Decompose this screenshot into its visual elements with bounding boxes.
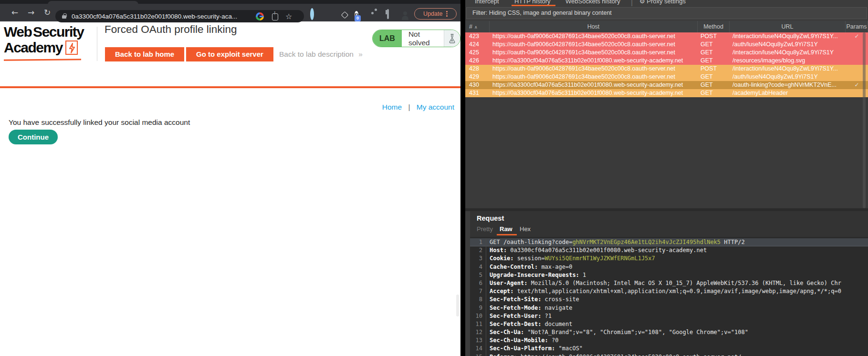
cell-host: https://oauth-0af9006c04287691c34baee502… — [490, 49, 698, 57]
line-content: Sec-Ch-Ua: "Not?A_Brand";v="8", "Chromiu… — [486, 328, 748, 336]
column-url[interactable]: URL — [730, 21, 846, 32]
cell-url: /interaction/luseN4Oqu8yZwL9Yi7S1Y — [730, 49, 846, 57]
back-to-lab-home-button[interactable]: Back to lab home — [105, 47, 184, 61]
back-icon[interactable]: ← — [11, 7, 18, 18]
column-method[interactable]: Method — [698, 21, 730, 32]
line-number: 8 — [470, 295, 482, 304]
request-panel-title: Request — [477, 214, 504, 222]
request-line: 10Sec-Fetch-User: ?1 — [470, 312, 868, 320]
column-number[interactable]: #∧ — [465, 21, 490, 32]
cell-host: https://oauth-0af9006c04287691c34baee502… — [490, 41, 698, 49]
lock-icon — [62, 15, 66, 19]
cell-host: https://oauth-0af9006c04287691c34baee502… — [490, 73, 698, 81]
sidebar-icon[interactable] — [387, 10, 389, 19]
cell-method: GET — [698, 73, 730, 81]
table-empty-area — [465, 97, 868, 208]
http-history-row[interactable]: 423https://oauth-0af9006c04287691c34baee… — [465, 32, 868, 41]
lightning-bolt-icon — [65, 41, 78, 55]
cell-method: POST — [698, 65, 730, 73]
line-number: 15 — [470, 353, 482, 356]
browser-tab-strip — [0, 0, 460, 4]
line-content: Sec-Fetch-Mode: navigate — [486, 304, 572, 312]
cell-url: /interaction/luseN4Oqu8yZwL9Yi7S1Y... — [730, 32, 846, 41]
reload-icon[interactable]: ↻ — [44, 7, 51, 18]
success-message: You have successfully linked your social… — [9, 118, 190, 127]
http-history-row[interactable]: 430https://0a3300cf04a076a5c311b02e001f0… — [465, 81, 868, 89]
column-host[interactable]: Host — [490, 21, 698, 32]
line-content: Sec-Fetch-Site: cross-site — [486, 295, 579, 304]
logo-underline — [4, 59, 81, 61]
share-icon[interactable] — [272, 13, 278, 20]
chevron-right-icon: » — [358, 50, 363, 58]
menu-kebab-icon — [446, 11, 448, 17]
tab-pretty[interactable]: Pretty — [477, 225, 493, 233]
request-line: 15Referer: https://oauth-0af9006c0428769… — [470, 353, 868, 356]
continue-button[interactable]: Continue — [9, 130, 58, 144]
cell-url: /auth/luseN4Oqu8yZwL9Yi7S1Y — [730, 73, 846, 81]
http-history-row[interactable]: 426https://0a3300cf04a076a5c311b02e001f0… — [465, 57, 868, 65]
extension-ring-icon[interactable] — [310, 10, 314, 19]
lab-status-text: Not solved — [402, 30, 444, 47]
http-history-row[interactable]: 431https://0a3300cf04a076a5c311b02e001f0… — [465, 89, 868, 97]
line-number: 10 — [470, 312, 482, 320]
http-history-row[interactable]: 425https://oauth-0af9006c04287691c34baee… — [465, 49, 868, 57]
go-to-exploit-server-button[interactable]: Go to exploit server — [186, 47, 273, 61]
http-history-header: #∧ Host Method URL Params — [465, 21, 868, 32]
request-line: 11Sec-Fetch-Dest: document — [470, 320, 868, 328]
tab-http-history[interactable]: HTTP history — [514, 0, 551, 5]
back-to-lab-description-link[interactable]: Back to lab description » — [279, 50, 363, 59]
proxy-settings-label: Proxy settings — [647, 0, 686, 5]
tab-websockets-history[interactable]: WebSockets history — [565, 0, 620, 5]
my-account-link[interactable]: My account — [417, 103, 454, 111]
column-params[interactable]: Params — [846, 21, 868, 32]
cell-num: 423 — [465, 32, 490, 41]
cell-num: 430 — [465, 81, 490, 89]
request-line: 4Cache-Control: max-age=0 — [470, 263, 868, 271]
burp-suite-window: Intercept HTTP history WebSockets histor… — [465, 0, 868, 356]
forward-icon[interactable]: → — [28, 7, 34, 18]
cell-url: /resources/images/blog.svg — [730, 57, 846, 65]
browser-scrollbar-thumb[interactable] — [456, 295, 459, 316]
tab-raw[interactable]: Raw — [500, 225, 512, 233]
lab-status-badge: LAB Not solved — [372, 30, 460, 47]
cell-num: 425 — [465, 49, 490, 57]
line-number: 1 — [470, 238, 482, 246]
bookmark-star-icon[interactable]: ☆ — [285, 12, 292, 21]
line-number: 3 — [470, 254, 482, 263]
google-icon[interactable] — [256, 12, 264, 20]
line-number: 2 — [470, 246, 482, 254]
address-bar[interactable]: 0a3300cf04a076a5c311b02e001f0080.web-sec… — [55, 10, 304, 22]
cell-host: https://0a3300cf04a076a5c311b02e001f0080… — [490, 81, 698, 89]
table-scrollbar[interactable] — [863, 32, 866, 208]
cell-url: /auth/luseN4Oqu8yZwL9Yi7S1Y — [730, 41, 846, 49]
extension-p-icon[interactable]: p 0 — [355, 10, 358, 20]
line-content: Sec-Fetch-User: ?1 — [486, 312, 552, 320]
cell-host: https://oauth-0af9006c04287691c34baee502… — [490, 32, 698, 41]
home-link[interactable]: Home — [382, 103, 402, 111]
web-security-academy-logo[interactable]: Web Security Academy — [4, 24, 94, 55]
http-history-row[interactable]: 428https://oauth-0af9006c04287691c34baee… — [465, 65, 868, 73]
cell-host: https://oauth-0af9006c04287691c34baee502… — [490, 65, 698, 73]
chrome-update-button[interactable]: Update — [414, 8, 457, 20]
line-content: Referer: https://oauth-0af9006c04287691c… — [486, 353, 741, 356]
sort-caret-icon: ∧ — [474, 25, 478, 30]
logo-line2: Academy — [4, 40, 63, 55]
line-number: 11 — [470, 320, 482, 328]
logo-line1: Web Security — [4, 24, 94, 40]
history-filter-bar[interactable]: Filter: Hiding CSS, image and general bi… — [466, 7, 867, 19]
tab-proxy-settings[interactable]: ⚙ Proxy settings — [639, 0, 686, 5]
tab-hex[interactable]: Hex — [520, 225, 531, 233]
update-label: Update — [423, 10, 442, 17]
url-text[interactable]: 0a3300cf04a076a5c311b02e001f0080.web-sec… — [72, 13, 252, 20]
request-line: 12Sec-Ch-Ua: "Not?A_Brand";v="8", "Chrom… — [470, 328, 868, 336]
flask-icon — [444, 30, 460, 47]
request-editor[interactable]: 1GET /oauth-linking?code=ghNVrMKT2VnEGpz… — [470, 237, 868, 356]
cell-host: https://0a3300cf04a076a5c311b02e001f0080… — [490, 57, 698, 65]
cell-method: GET — [698, 41, 730, 49]
http-history-row[interactable]: 429https://oauth-0af9006c04287691c34baee… — [465, 73, 868, 81]
line-content: Sec-Ch-Ua-Platform: "macOS" — [486, 345, 583, 353]
tab-intercept[interactable]: Intercept — [475, 0, 499, 5]
http-history-row[interactable]: 424https://oauth-0af9006c04287691c34baee… — [465, 41, 868, 49]
cell-num: 426 — [465, 57, 490, 65]
line-content: Host: 0a3300cf04a076a5c311b02e001f0080.w… — [486, 246, 707, 254]
